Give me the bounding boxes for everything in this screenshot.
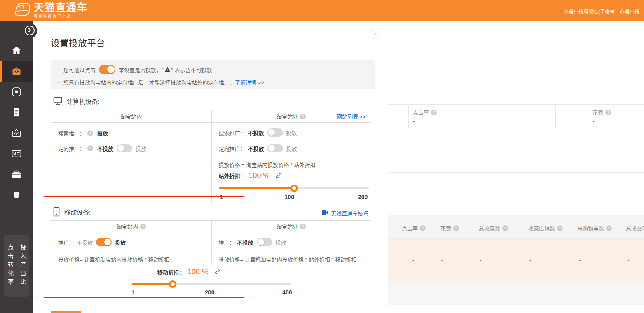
computer-table: 淘宝站内 淘宝站外 ? 网站列表 >> 搜索推广： ? 投放 定向推广： ? 不… [51, 110, 371, 203]
state-off-label: 不投放 [97, 145, 113, 152]
price-formula: 投放价格 = 淘宝站内投放价格 * 站外折扣 [219, 161, 316, 168]
sidebar-metric-panel[interactable]: 点击转化率 投入产出比 [4, 235, 29, 297]
mobile-in-promo-row: 推广： 不投放 投放 [58, 238, 126, 246]
help-icon[interactable]: ? [557, 225, 563, 231]
audience-icon [11, 189, 22, 201]
computer-table-body: 搜索推广： ? 投放 定向推广： ? 不投放 投放 搜索推广： 不投放 投放 [51, 123, 371, 203]
sidebar-item-account-card[interactable] [0, 144, 33, 164]
column-header[interactable]: 总收藏数? [479, 224, 508, 232]
toggle-knob [268, 129, 275, 136]
column-title: 淘宝站外 [276, 112, 298, 120]
notice-box: • 您可通过点击 来设置是否投放，" ! " 表示暂不可投放 • 您只有投放淘宝… [51, 60, 375, 89]
column-header-text: 总购物车数 [577, 224, 604, 232]
mobile-out-cell: 推广： 不投放 投放 投放价格= 计算机淘宝站内投放价格 * 站外折扣 * 移动… [211, 232, 371, 265]
mobile-out-promo-row: 推广： 不投放 投放 [219, 238, 286, 246]
computer-in-target-row: 定向推广： ? 不投放 投放 [58, 144, 146, 152]
mobile-discount-slider[interactable] [132, 281, 291, 287]
top-stats-row: 点击率 ? - 花费 ? - [388, 104, 644, 127]
toggle-knob [107, 66, 115, 73]
highlighted-data-row[interactable]: - - - - - - [388, 239, 644, 282]
notice-text: " 表示暂不可投放 [171, 66, 212, 74]
close-icon[interactable]: × [370, 28, 381, 39]
toggle-knob [117, 145, 124, 152]
discount-label: 移动折扣： [157, 268, 184, 276]
mobile-out-promo-toggle[interactable] [257, 238, 272, 246]
row-label: 推广： [219, 238, 235, 246]
mobile-in-cell: 推广： 不投放 投放 投放价格= 计算机淘宝站内投放价格 * 移动折扣 [51, 232, 211, 265]
scale-max: 400 [282, 289, 292, 296]
help-icon[interactable]: ? [605, 110, 611, 115]
cell-value: - [579, 257, 581, 263]
state-off-label: 不投放 [77, 238, 93, 246]
divider [388, 172, 644, 173]
computer-out-target-toggle[interactable] [267, 144, 283, 152]
help-icon[interactable]: ? [453, 225, 459, 231]
stat-label-text: 点击率 [413, 108, 429, 116]
cell-value: - [529, 257, 531, 263]
example-toggle-on [99, 65, 115, 74]
stat-value: - [413, 118, 415, 124]
sidebar-item-home[interactable] [0, 41, 33, 61]
sidebar-item-campaign-active[interactable] [0, 61, 33, 82]
offsite-discount-slider[interactable] [219, 185, 369, 191]
column-header[interactable]: 总成交笔 [626, 224, 644, 232]
sidebar-item-creative[interactable] [0, 123, 33, 144]
notice-text: 来设置是否投放，" [119, 66, 164, 74]
column-taobao-out: 淘宝站外 ? [211, 221, 371, 232]
column-header[interactable]: 点击率? [402, 224, 426, 232]
app-logo[interactable]: 天猫直通车 阿里妈妈旗下产品 [14, 2, 87, 18]
state-on-label: 投放 [286, 145, 297, 152]
stat-label-text: 花费 [592, 108, 603, 116]
sidebar-item-tools[interactable] [0, 164, 33, 185]
column-header[interactable]: 收藏店铺数? [528, 224, 563, 232]
bullet-icon: • [58, 67, 60, 72]
help-icon[interactable]: ? [502, 225, 508, 231]
help-icon[interactable]: ? [606, 225, 612, 231]
discount-value: 100 % [187, 268, 208, 276]
set-platform-modal: × 设置投放平台 • 您可通过点击 来设置是否投放，" ! " 表示暂不可投放 … [37, 21, 387, 313]
top-bar: 天猫直通车 阿里妈妈旗下产品 心雅小栈旗舰店(子帐号：心雅小栈 [0, 0, 644, 21]
divider [388, 194, 644, 194]
edit-pencil-icon[interactable] [276, 173, 282, 179]
phone-icon [53, 207, 60, 217]
scale-mid: 200 [205, 289, 214, 296]
account-name[interactable]: 心雅小栈旗舰店(子帐号：心雅小栈 [564, 8, 639, 15]
help-icon[interactable]: ? [87, 131, 93, 136]
help-icon[interactable]: ? [431, 110, 437, 115]
warning-icon: ! [164, 67, 171, 72]
sidebar-item-report[interactable] [0, 103, 33, 123]
mobile-in-promo-toggle[interactable] [96, 238, 112, 246]
site-list-link[interactable]: 网站列表 >> [337, 112, 366, 120]
background-report-panel: 点击率 ? - 花费 ? - 点击率? 花费? 总收藏数? 收藏店铺数? 总购物… [388, 21, 644, 313]
state-off-label: 不投放 [237, 238, 253, 246]
edit-pencil-icon[interactable] [214, 269, 220, 275]
discount-value: 100 % [249, 171, 270, 180]
help-icon[interactable]: ? [300, 114, 306, 119]
save-button[interactable] [51, 311, 81, 313]
learn-more-link[interactable]: 了解详情 >> [235, 78, 264, 86]
mobile-section-header: 移动设备: [53, 207, 91, 217]
mobile-table-row2: 移动折扣： 100 % 1 200 400 [51, 265, 371, 299]
scale-min: 1 [131, 289, 135, 296]
receipt-icon [12, 107, 21, 119]
toggle-knob [258, 239, 264, 245]
sidebar-item-favorites[interactable] [0, 82, 33, 103]
help-icon[interactable]: ? [87, 145, 93, 151]
sidebar-item-audience[interactable] [0, 185, 33, 206]
help-icon[interactable]: ? [420, 225, 426, 231]
help-icon[interactable]: ? [300, 224, 306, 229]
computer-in-search-row: 搜索推广： ? 投放 [58, 129, 108, 137]
column-header[interactable]: 花费? [440, 224, 459, 232]
column-title: 淘宝站内 [120, 112, 142, 120]
column-header[interactable]: 总购物车数? [577, 224, 612, 232]
computer-in-target-toggle[interactable] [117, 144, 132, 152]
wireless-tips-link[interactable]: 无线直通车技巧 [322, 209, 368, 217]
slider-thumb[interactable] [290, 185, 298, 192]
sidebar-expand-button[interactable] [25, 26, 35, 35]
help-icon[interactable]: ? [140, 224, 146, 229]
notice-line-2: • 您只有投放淘宝站内的定向推广后，才能选择投放淘宝站外的定向推广， 了解详情 … [58, 78, 264, 86]
computer-section-header: 计算机设备: [53, 97, 99, 105]
computer-out-search-toggle[interactable] [267, 128, 283, 137]
briefcase-icon [11, 169, 22, 180]
slider-thumb[interactable] [169, 280, 176, 288]
